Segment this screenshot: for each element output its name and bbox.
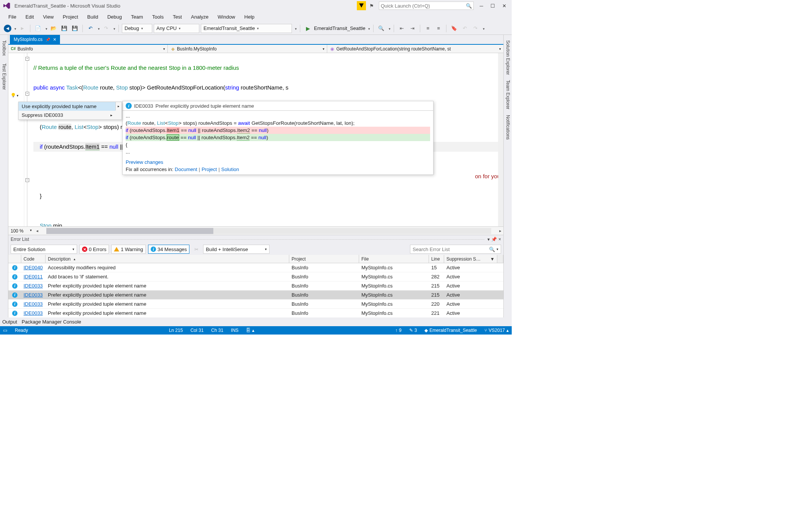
nav-project-combo[interactable]: C#BusInfo▾ xyxy=(8,45,168,53)
outline-collapse-icon[interactable]: − xyxy=(25,57,29,61)
warnings-filter[interactable]: 1 Warning xyxy=(111,245,146,254)
menu-view[interactable]: View xyxy=(38,13,58,21)
error-code[interactable]: IDE0040 xyxy=(21,265,46,270)
menu-team[interactable]: Team xyxy=(126,13,148,21)
hscroll-right-icon[interactable]: ► xyxy=(497,228,503,234)
error-row[interactable]: iIDE0033Prefer explicitly provided tuple… xyxy=(8,281,503,291)
status-push[interactable]: ↑ 9 xyxy=(395,328,402,333)
zoom-combo[interactable]: 100 %▾ xyxy=(8,228,34,234)
indent-right-icon[interactable]: ⇥ xyxy=(408,24,417,33)
error-row[interactable]: iIDE0033Prefer explicitly provided tuple… xyxy=(8,309,503,317)
error-row[interactable]: iIDE0033Prefer explicitly provided tuple… xyxy=(8,300,503,309)
scrollbar-indicator[interactable] xyxy=(498,53,503,226)
quickfix-suppress[interactable]: Suppress IDE0033▸ xyxy=(19,111,115,119)
doc-tab-mystopinfo[interactable]: MyStopInfo.cs 📌 × xyxy=(10,35,60,44)
panel-dropdown-icon[interactable]: ▾ xyxy=(487,237,490,242)
fixall-project[interactable]: Project xyxy=(202,167,217,172)
quickfix-expand-icon[interactable]: ▸ xyxy=(115,102,121,110)
save-button[interactable]: 💾 xyxy=(60,24,69,33)
error-row[interactable]: iIDE0033Prefer explicitly provided tuple… xyxy=(8,291,503,300)
platform-combo[interactable]: Any CPU▾ xyxy=(154,24,199,33)
outline-collapse-icon[interactable]: − xyxy=(25,92,29,96)
menu-file[interactable]: File xyxy=(4,13,21,21)
col-line[interactable]: Line xyxy=(429,255,444,263)
clear-filter-icon[interactable]: ✂ xyxy=(192,245,201,254)
code-editor[interactable]: ▾ − − − // Returns a tuple of the user's… xyxy=(8,53,503,226)
tab-output[interactable]: Output xyxy=(2,319,17,325)
tab-package-manager[interactable]: Package Manager Console xyxy=(22,319,81,325)
config-combo[interactable]: Debug▾ xyxy=(122,24,152,33)
nav-fwd-button[interactable]: ► xyxy=(18,24,27,33)
quick-launch[interactable]: 🔍 xyxy=(379,2,474,10)
undo-dropdown[interactable] xyxy=(96,25,100,31)
nav-back-button[interactable]: ◄ xyxy=(4,25,11,32)
tab-team-explorer[interactable]: Team Explorer xyxy=(505,78,511,112)
bookmark-icon[interactable]: 🔖 xyxy=(449,24,459,33)
menu-debug[interactable]: Debug xyxy=(103,13,126,21)
error-code[interactable]: IDE0011 xyxy=(21,274,46,280)
new-project-button[interactable]: 📄 xyxy=(33,24,43,33)
open-button[interactable]: 📂 xyxy=(49,24,58,33)
messages-filter[interactable]: i34 Messages xyxy=(148,245,189,254)
start-button[interactable]: ▶ xyxy=(303,24,312,33)
errors-filter[interactable]: ✕0 Errors xyxy=(79,245,109,254)
pin-icon[interactable]: 📌 xyxy=(46,38,50,42)
outline-collapse-icon[interactable]: − xyxy=(25,178,29,182)
save-all-button[interactable]: 💾 xyxy=(70,24,79,33)
error-row[interactable]: iIDE0011Add braces to 'if' statement.Bus… xyxy=(8,272,503,281)
menu-edit[interactable]: Edit xyxy=(21,13,38,21)
toolbar-overflow[interactable] xyxy=(481,25,485,31)
error-code[interactable]: IDE0033 xyxy=(21,292,46,298)
startup-extra[interactable] xyxy=(293,25,297,31)
menu-build[interactable]: Build xyxy=(83,13,103,21)
panel-pin-icon[interactable]: 📌 xyxy=(491,237,497,242)
menu-analyze[interactable]: Analyze xyxy=(186,13,213,21)
status-changes[interactable]: ✎ 3 xyxy=(409,328,417,333)
minimize-button[interactable]: ─ xyxy=(476,0,487,11)
nav-member-combo[interactable]: ◉GetRouteAndStopForLocation(string route… xyxy=(327,45,503,53)
run-dropdown[interactable] xyxy=(367,25,370,31)
uncomment-icon[interactable]: ≡ xyxy=(434,24,443,33)
scope-combo[interactable]: Entire Solution▾ xyxy=(11,245,77,254)
col-code[interactable]: Code xyxy=(21,255,46,263)
menu-test[interactable]: Test xyxy=(168,13,186,21)
tab-solution-explorer[interactable]: Solution Explorer xyxy=(505,38,511,77)
fixall-solution[interactable]: Solution xyxy=(221,167,239,172)
col-file[interactable]: File xyxy=(359,255,429,263)
col-project[interactable]: Project xyxy=(289,255,359,263)
panel-close-icon[interactable]: × xyxy=(498,237,501,242)
startup-combo[interactable]: EmeraldTransit_Seattle▾ xyxy=(201,24,292,33)
nav-back-dropdown[interactable] xyxy=(13,25,16,31)
menu-tools[interactable]: Tools xyxy=(148,13,168,21)
filter-icon[interactable]: ▼ xyxy=(490,256,495,262)
close-tab-icon[interactable]: × xyxy=(53,36,56,42)
tab-test-explorer[interactable]: Test Explorer xyxy=(2,61,7,92)
preview-changes-link[interactable]: Preview changes xyxy=(126,159,163,165)
run-target[interactable]: EmeraldTransit_Seattle xyxy=(314,25,365,31)
indent-left-icon[interactable]: ⇤ xyxy=(397,24,406,33)
redo-dropdown[interactable] xyxy=(112,25,115,31)
horizontal-scrollbar[interactable] xyxy=(46,228,491,234)
error-code[interactable]: IDE0033 xyxy=(21,283,46,289)
status-repo[interactable]: ◆ EmeraldTransit_Seattle xyxy=(424,328,477,333)
feedback-button[interactable] xyxy=(357,1,366,10)
menu-help[interactable]: Help xyxy=(240,13,259,21)
col-desc[interactable]: Description▴ xyxy=(46,255,289,263)
quickfix-use-tuple-name[interactable]: Use explicitly provided tuple name xyxy=(19,102,115,111)
step-fwd-icon[interactable]: ↷ xyxy=(471,24,480,33)
menu-window[interactable]: Window xyxy=(213,13,240,21)
error-row[interactable]: iIDE0040Accessibility modifiers required… xyxy=(8,263,503,272)
undo-button[interactable]: ↶ xyxy=(86,24,95,33)
status-branch[interactable]: ⑂ VS2017 ▴ xyxy=(484,328,509,333)
quick-launch-input[interactable] xyxy=(381,3,466,9)
redo-button[interactable]: ↷ xyxy=(101,24,110,33)
menu-project[interactable]: Project xyxy=(58,13,82,21)
error-code[interactable]: IDE0033 xyxy=(21,310,46,316)
comment-icon[interactable]: ≡ xyxy=(423,24,432,33)
new-dropdown[interactable] xyxy=(44,25,47,31)
hscroll-left-icon[interactable]: ◄ xyxy=(34,228,40,234)
status-server-icon[interactable]: 🗄 ▴ xyxy=(246,328,254,333)
maximize-button[interactable]: ☐ xyxy=(487,0,498,11)
fixall-document[interactable]: Document xyxy=(175,167,197,172)
close-button[interactable]: ✕ xyxy=(499,0,509,11)
